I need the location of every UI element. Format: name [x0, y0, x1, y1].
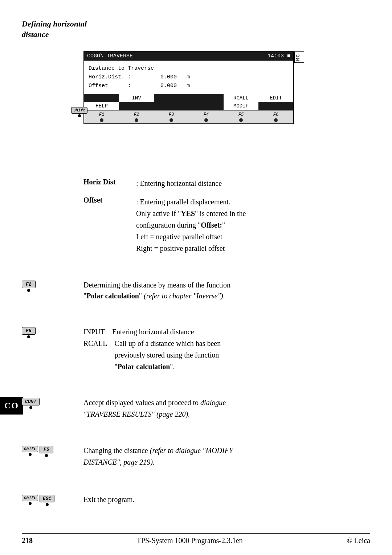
f5-key-group: F5 — [22, 327, 36, 338]
annot-text-cont: Accept displayed values and proceed to d… — [83, 397, 226, 420]
mc-tab: MC — [294, 52, 304, 63]
shift-key3[interactable]: Shift — [22, 495, 38, 501]
annot-row-shift-f5: Shift F5 Changing the distance (refer to… — [22, 445, 370, 468]
cont-key[interactable]: CONT — [22, 398, 40, 405]
funcbar1: INV RCALL EDIT — [84, 94, 293, 102]
annot-text-shift-esc: Exit the program. — [83, 494, 135, 505]
annot-text-f5: INPUT Entering horizontal distance RCALL… — [83, 326, 221, 372]
annot-text-shift-f5: Changing the distance (refer to dialogue… — [83, 445, 233, 468]
annot-key-area-shift-esc: Shift ESC — [22, 494, 83, 506]
offset-label: Offset — [83, 196, 136, 204]
funcbar2-help[interactable]: HELP — [84, 102, 119, 110]
rcall-desc: Call up of a distance which has been pre… — [115, 338, 221, 372]
screen-content: Distance to Traverse Horiz.Dist. : 0.000… — [84, 61, 293, 94]
horiz-dist-label: Horiz Dist — [83, 178, 136, 186]
shift-key2-dot — [29, 453, 32, 456]
f2-key-group: F2 — [22, 281, 36, 292]
screen-line3: Horiz.Dist. : 0.000 m — [89, 73, 289, 82]
footer-page-number: 218 — [22, 536, 33, 545]
cont-dot — [29, 406, 32, 409]
shift-f5-shift-group: Shift — [22, 446, 38, 456]
funcbar1-edit[interactable]: EDIT — [258, 94, 293, 102]
section-heading: Defining horizontal distance — [22, 19, 87, 40]
offset-row: Offset : Entering parallel displacement.… — [83, 196, 368, 254]
funcbar2-f3[interactable] — [154, 102, 189, 110]
f5-key2[interactable]: F5 — [40, 446, 53, 453]
f5-key[interactable]: F5 — [22, 327, 36, 335]
funcbar1-f4[interactable] — [189, 94, 224, 102]
footer-center-text: TPS-System 1000 Programs-2.3.1en — [137, 536, 243, 545]
fkey-f6[interactable]: F6 — [258, 111, 293, 123]
cont-key-group: CONT — [22, 398, 40, 409]
screen-topbar-time: 14:03 ■ — [268, 53, 290, 59]
annot-row-cont: CONT Accept displayed values and proceed… — [22, 397, 370, 420]
annot-key-area-f5: F5 — [22, 326, 83, 338]
funcbar2-f2[interactable] — [119, 102, 154, 110]
footer: 218 TPS-System 1000 Programs-2.3.1en © L… — [22, 533, 370, 545]
esc-key[interactable]: ESC — [40, 495, 54, 502]
annot-row-f5: F5 INPUT Entering horizontal distance RC… — [22, 326, 370, 372]
funcbar1-f3[interactable] — [154, 94, 189, 102]
annot-text-f2: Determining the distance by means of the… — [83, 279, 230, 301]
screen-topbar: COGO\ TRAVERSE 14:03 ■ — [84, 52, 293, 61]
fkey-f4[interactable]: F4 — [189, 111, 224, 123]
shift-key2[interactable]: Shift — [22, 446, 38, 452]
rcall-label: RCALL — [83, 338, 107, 349]
device-screen-container: COGO\ TRAVERSE 14:03 ■ MC Distance to Tr… — [83, 51, 294, 124]
esc-dot — [46, 503, 49, 506]
offset-text: : Entering parallel displacement. Only a… — [136, 196, 246, 254]
device-screen: COGO\ TRAVERSE 14:03 ■ MC Distance to Tr… — [83, 51, 294, 124]
funcbar1-f1[interactable] — [84, 94, 119, 102]
f2-dot — [27, 289, 30, 292]
funcbar2-f6[interactable] — [258, 102, 293, 110]
funcbar1-rcall[interactable]: RCALL — [224, 94, 258, 102]
horiz-dist-text: : Entering horizontal distance — [136, 178, 222, 189]
horiz-dist-row: Horiz Dist : Entering horizontal distanc… — [83, 178, 368, 189]
co-sidebar-label: CO — [0, 397, 23, 415]
screen-line1: Distance to Traverse — [89, 64, 289, 73]
screen-topbar-title: COGO\ TRAVERSE — [87, 53, 133, 59]
shift-key-icon[interactable]: Shift — [71, 107, 87, 114]
shift-button-area: Shift — [71, 107, 87, 117]
annot-row-f2: F2 Determining the distance by means of … — [22, 279, 370, 301]
shift-key-dot — [78, 114, 81, 117]
funcbar2-f4[interactable] — [189, 102, 224, 110]
input-label: INPUT — [83, 326, 105, 338]
fkey-f2[interactable]: F2 — [119, 111, 154, 123]
f2-key[interactable]: F2 — [22, 281, 36, 288]
screen-line4: Offset : 0.000 m — [89, 82, 289, 90]
funcbar1-inv[interactable]: INV — [119, 94, 154, 102]
funcbar2: HELP MODIF — [84, 102, 293, 110]
funcbar2-modif[interactable]: MODIF — [224, 102, 258, 110]
f5-dot — [27, 335, 30, 338]
fkey-f5[interactable]: F5 — [224, 111, 258, 123]
f5-key2-dot — [45, 454, 48, 457]
shift-f5-f5-group: F5 — [40, 446, 53, 457]
top-rule — [22, 14, 370, 14]
footer-right-text: © Leica — [347, 536, 370, 545]
annot-key-area-cont: CONT — [22, 397, 83, 409]
shift-esc-shift-group: Shift — [22, 495, 38, 505]
fkey-f1[interactable]: F1 — [84, 111, 119, 123]
annot-key-area-shift-f5: Shift F5 — [22, 445, 83, 457]
shift-key3-dot — [29, 502, 32, 505]
input-desc: Entering horizontal distance — [112, 326, 194, 338]
descriptions-section: Horiz Dist : Entering horizontal distanc… — [83, 178, 368, 254]
annot-key-area-f2: F2 — [22, 279, 83, 292]
annot-row-shift-esc: Shift ESC Exit the program. — [22, 494, 370, 506]
fkeys-row: F1 F2 F3 F4 F5 F6 — [84, 110, 293, 123]
fkey-f3[interactable]: F3 — [154, 111, 189, 123]
shift-esc-esc-group: ESC — [40, 495, 54, 506]
